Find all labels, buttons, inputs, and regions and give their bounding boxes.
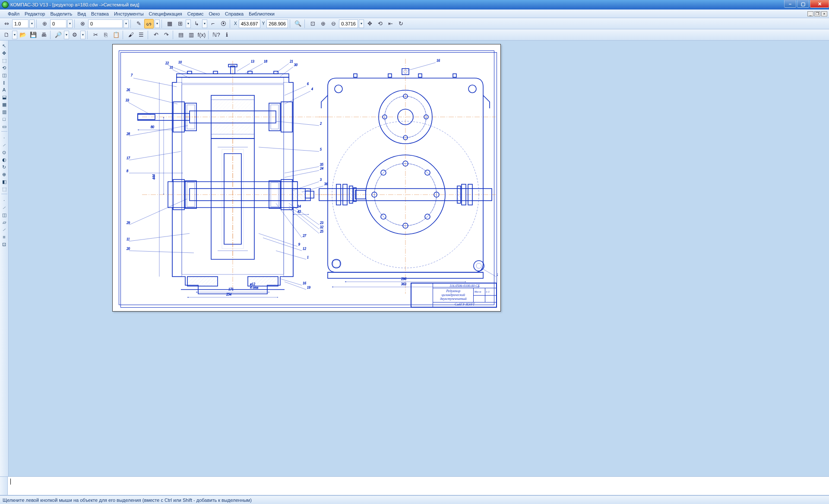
- tb-perp[interactable]: ⌐: [208, 19, 218, 28]
- vars-button[interactable]: f(x): [197, 30, 206, 40]
- minimize-button[interactable]: –: [784, 0, 796, 8]
- lt-line[interactable]: ⟋: [1, 142, 8, 148]
- lt-aux2[interactable]: ⟋: [1, 204, 8, 211]
- lt-text[interactable]: A: [1, 86, 8, 93]
- command-line[interactable]: [0, 476, 829, 495]
- undo-button[interactable]: ↶: [151, 30, 161, 40]
- props-button[interactable]: ⚙: [70, 30, 79, 40]
- snap-toggle[interactable]: ⇔: [2, 19, 11, 28]
- open-button[interactable]: 📂: [18, 30, 28, 40]
- lt-point[interactable]: ·: [1, 134, 8, 141]
- style-btn[interactable]: ⊗: [78, 19, 87, 28]
- angle-toggle[interactable]: ⊕: [40, 19, 49, 28]
- format-painter[interactable]: 🖌: [126, 30, 136, 40]
- lt-fill[interactable]: ◧: [1, 178, 8, 185]
- menu-help[interactable]: Справка: [222, 10, 246, 17]
- lt-aux7[interactable]: ⊡: [1, 241, 8, 248]
- lt-aux1[interactable]: ·: [1, 197, 8, 204]
- zoom-window[interactable]: ⊡: [308, 19, 317, 28]
- lt-rect2[interactable]: ▭: [1, 123, 8, 130]
- lt-cont[interactable]: ⬚: [1, 186, 8, 192]
- svg-text:36: 36: [324, 182, 328, 186]
- about-button[interactable]: ℹ: [222, 30, 231, 40]
- menu-service[interactable]: Сервис: [185, 10, 206, 17]
- lt-aux6[interactable]: ≡: [1, 233, 8, 240]
- step-input[interactable]: [12, 19, 28, 28]
- close-button[interactable]: ✕: [810, 0, 829, 8]
- lt-circle[interactable]: ⊙: [1, 149, 8, 156]
- tb-round[interactable]: ⦿: [218, 19, 228, 28]
- lt-pick[interactable]: ↖: [1, 42, 8, 49]
- lt-ellipse[interactable]: ↻: [1, 164, 8, 170]
- maximize-button[interactable]: ▢: [797, 0, 809, 8]
- tb-ortho[interactable]: ↳: [192, 19, 201, 28]
- menu-file[interactable]: Файл: [5, 10, 22, 17]
- menu-editor[interactable]: Редактор: [22, 10, 47, 17]
- tb-ls-dd[interactable]: ▾: [155, 19, 160, 28]
- menu-spec[interactable]: Спецификация: [146, 10, 185, 17]
- tb-grid1[interactable]: ▦: [165, 19, 174, 28]
- lt-aux3[interactable]: ◫: [1, 211, 8, 218]
- lt-aux4[interactable]: ▱: [1, 219, 8, 226]
- pan-button[interactable]: ✥: [365, 19, 374, 28]
- lt-box[interactable]: ⬚: [1, 57, 8, 64]
- coord-x[interactable]: [239, 19, 260, 28]
- zoom-out[interactable]: ⊖: [329, 19, 338, 28]
- style-input[interactable]: [88, 19, 123, 28]
- menu-insert[interactable]: Вставка: [89, 10, 111, 17]
- tb-pencil[interactable]: ✎: [134, 19, 143, 28]
- menu-window[interactable]: Окно: [206, 10, 222, 17]
- canvas[interactable]: 80 254 171 ø12 4 отв 444 42: [9, 41, 829, 476]
- lt-move[interactable]: ✥: [1, 50, 8, 57]
- mdi-close[interactable]: ×: [821, 11, 827, 16]
- prev-view[interactable]: ⇤: [386, 19, 395, 28]
- lt-spline[interactable]: ⊕: [1, 171, 8, 178]
- lt-spec1[interactable]: ▦: [1, 101, 8, 108]
- redo-button[interactable]: ↷: [161, 30, 171, 40]
- menu-select[interactable]: Выделить: [47, 10, 75, 17]
- angle-dd[interactable]: ▾: [67, 19, 73, 28]
- help-button[interactable]: ℕ?: [212, 30, 221, 40]
- lt-rect[interactable]: □: [1, 116, 8, 123]
- save-button[interactable]: 💾: [28, 30, 38, 40]
- copy-button[interactable]: ⎘: [101, 30, 111, 40]
- properties-edit[interactable]: ☰: [136, 30, 146, 40]
- library-button[interactable]: ▥: [187, 30, 196, 40]
- step-dd[interactable]: ▾: [29, 19, 35, 28]
- menu-tools[interactable]: Инструменты: [111, 10, 146, 17]
- svg-rect-162: [349, 186, 353, 203]
- zoom-fit[interactable]: 🔍: [293, 19, 303, 28]
- paste-button[interactable]: 📋: [111, 30, 121, 40]
- tb-line-style[interactable]: ᔕ: [144, 19, 154, 28]
- lt-rotate[interactable]: ⟲: [1, 64, 8, 71]
- zoom-input[interactable]: [339, 19, 358, 28]
- tb-ortho-dd[interactable]: ▾: [202, 19, 207, 28]
- rotate-view[interactable]: ⟲: [375, 19, 385, 28]
- tb-grid-dd[interactable]: ▾: [186, 19, 191, 28]
- style-dd[interactable]: ▾: [123, 19, 129, 28]
- tb-grid2[interactable]: ⊞: [175, 19, 185, 28]
- lt-arc[interactable]: ◐: [1, 156, 8, 163]
- angle-input[interactable]: [50, 19, 66, 28]
- mdi-restore[interactable]: ❐: [814, 11, 820, 16]
- lt-mirror[interactable]: ◫: [1, 72, 8, 79]
- zoom-dd[interactable]: ▾: [359, 19, 364, 28]
- manager-button[interactable]: ▤: [176, 30, 186, 40]
- lt-spec2[interactable]: ▥: [1, 108, 8, 115]
- lt-hatch[interactable]: ⫿: [1, 79, 8, 86]
- print-button[interactable]: 🖶: [39, 30, 48, 40]
- props-dd[interactable]: ▾: [80, 31, 85, 39]
- lt-aux5[interactable]: ⟋: [1, 226, 8, 233]
- preview-dd[interactable]: ▾: [64, 31, 69, 39]
- lt-table[interactable]: ⬓: [1, 94, 8, 101]
- coord-y[interactable]: [266, 19, 288, 28]
- new-dd[interactable]: ▾: [12, 31, 17, 39]
- redraw[interactable]: ↻: [396, 19, 405, 28]
- menu-view[interactable]: Вид: [75, 10, 89, 17]
- menu-libraries[interactable]: Библиотеки: [246, 10, 277, 17]
- cut-button[interactable]: ✂: [91, 30, 100, 40]
- mdi-min[interactable]: _: [807, 11, 813, 16]
- preview-button[interactable]: 🔎: [54, 30, 63, 40]
- zoom-in[interactable]: ⊕: [318, 19, 328, 28]
- new-button[interactable]: 🗋: [2, 30, 11, 40]
